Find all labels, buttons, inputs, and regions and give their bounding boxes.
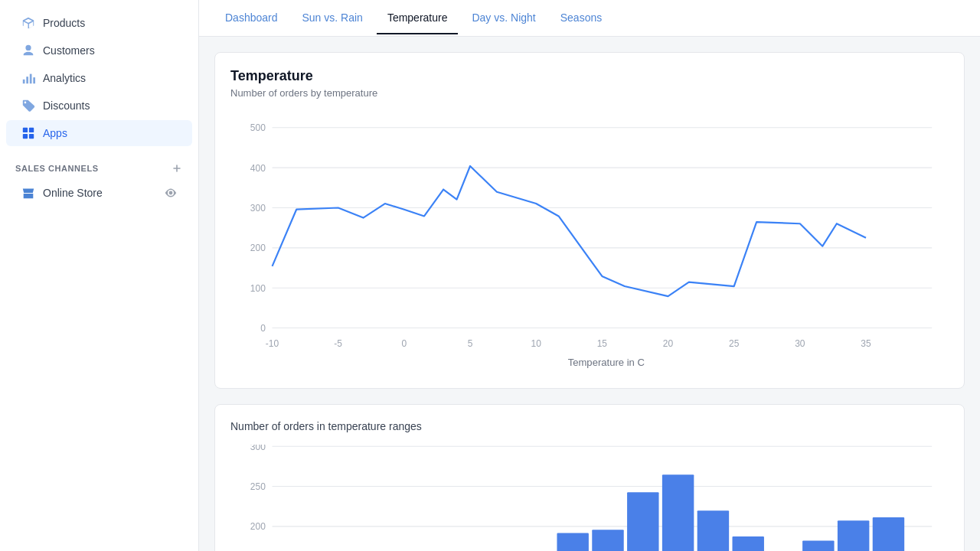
svg-rect-2 — [30, 74, 32, 84]
svg-rect-75 — [802, 541, 834, 551]
svg-text:200: 200 — [250, 521, 266, 532]
line-chart-subtitle: Number of orders by temperature — [230, 87, 949, 99]
sidebar-item-products-label: Products — [43, 17, 85, 29]
svg-rect-3 — [33, 77, 35, 83]
svg-rect-5 — [29, 128, 34, 132]
svg-text:0: 0 — [402, 338, 407, 349]
svg-rect-65 — [627, 492, 658, 551]
tag-icon — [21, 99, 35, 112]
sidebar-item-analytics-label: Analytics — [43, 72, 86, 84]
bar-chart-svg: 300 250 200 150 100 50 0 < -40 -40--35 -… — [230, 445, 949, 551]
eye-icon[interactable] — [165, 187, 177, 199]
svg-text:30: 30 — [795, 338, 805, 349]
sidebar-item-customers[interactable]: Customers — [6, 37, 192, 64]
svg-text:-10: -10 — [266, 338, 279, 349]
line-chart-title: Temperature — [230, 68, 949, 84]
svg-text:100: 100 — [250, 283, 266, 294]
tab-day-vs-night[interactable]: Day vs. Night — [461, 2, 546, 34]
tab-dashboard[interactable]: Dashboard — [214, 2, 289, 34]
main-content: Dashboard Sun vs. Rain Temperature Day v… — [199, 0, 980, 551]
svg-text:20: 20 — [663, 338, 674, 349]
svg-rect-1 — [26, 77, 28, 83]
content-area: Temperature Number of orders by temperat… — [199, 37, 980, 551]
svg-text:250: 250 — [250, 481, 266, 492]
svg-text:25: 25 — [729, 338, 740, 349]
svg-rect-61 — [557, 533, 588, 551]
svg-rect-7 — [29, 134, 34, 139]
svg-text:200: 200 — [250, 243, 266, 253]
sidebar-item-customers-label: Customers — [43, 44, 95, 57]
svg-rect-63 — [592, 530, 623, 551]
chart-bar-icon — [21, 71, 35, 85]
svg-rect-77 — [838, 520, 869, 551]
sidebar-item-discounts-label: Discounts — [43, 99, 90, 112]
svg-text:300: 300 — [250, 203, 266, 214]
svg-text:Temperature in C: Temperature in C — [568, 357, 645, 368]
box-icon — [21, 16, 35, 30]
sidebar-item-discounts[interactable]: Discounts — [6, 93, 192, 119]
tab-temperature[interactable]: Temperature — [377, 2, 459, 34]
add-sales-channel-icon[interactable] — [171, 162, 183, 174]
store-icon — [21, 186, 35, 200]
tab-seasons[interactable]: Seasons — [550, 2, 612, 34]
svg-rect-79 — [873, 517, 904, 551]
sales-channels-header: SALES CHANNELS — [0, 153, 198, 179]
svg-text:-5: -5 — [334, 338, 342, 349]
svg-text:35: 35 — [861, 338, 871, 349]
svg-rect-69 — [697, 510, 729, 551]
sales-channels-label: SALES CHANNELS — [15, 164, 99, 173]
svg-rect-4 — [23, 128, 28, 132]
sidebar-item-analytics[interactable]: Analytics — [6, 65, 192, 91]
svg-text:0: 0 — [260, 323, 266, 334]
svg-text:500: 500 — [250, 122, 266, 133]
bar-chart-title: Number of orders in temperature ranges — [230, 420, 949, 432]
sidebar-item-products[interactable]: Products — [6, 10, 192, 36]
svg-rect-67 — [662, 474, 694, 551]
svg-text:5: 5 — [468, 338, 473, 349]
svg-text:300: 300 — [250, 445, 266, 452]
svg-rect-6 — [23, 134, 28, 139]
tab-sun-vs-rain[interactable]: Sun vs. Rain — [292, 2, 374, 34]
line-chart-svg: 500 400 300 200 100 0 -10 -5 0 5 10 15 2… — [230, 111, 949, 370]
svg-text:400: 400 — [250, 163, 266, 174]
svg-rect-0 — [23, 80, 25, 83]
temperature-bar-chart-card: Number of orders in temperature ranges 3… — [214, 404, 965, 551]
svg-text:15: 15 — [597, 338, 608, 349]
sidebar-item-apps-label: Apps — [43, 127, 67, 139]
online-store-label: Online Store — [43, 187, 103, 199]
person-icon — [21, 44, 35, 57]
svg-rect-71 — [733, 536, 764, 551]
tab-bar: Dashboard Sun vs. Rain Temperature Day v… — [199, 0, 980, 37]
sidebar: Products Customers Analytics Discounts A… — [0, 0, 199, 551]
temperature-line-chart-card: Temperature Number of orders by temperat… — [214, 52, 965, 389]
svg-text:10: 10 — [531, 338, 542, 349]
sidebar-item-online-store[interactable]: Online Store — [6, 180, 192, 206]
grid-icon — [21, 126, 35, 140]
sidebar-item-apps[interactable]: Apps — [6, 120, 192, 146]
